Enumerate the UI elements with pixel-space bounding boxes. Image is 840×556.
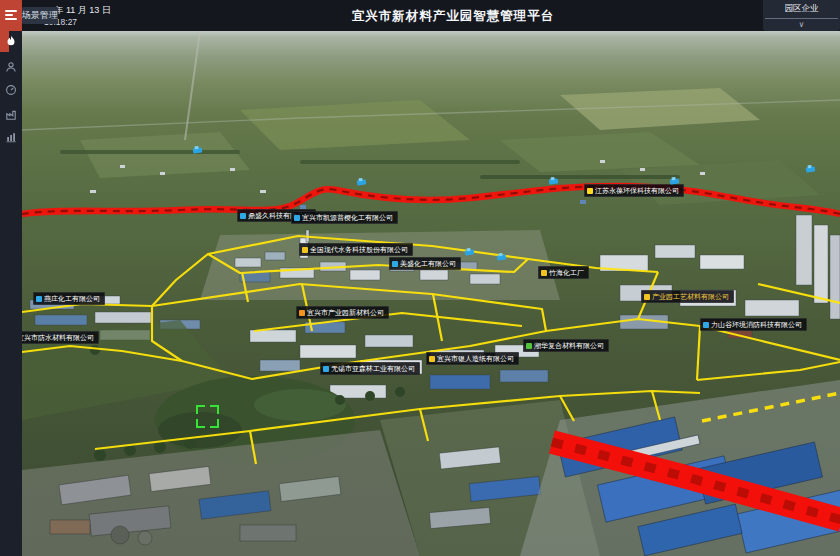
gauge-tool-button[interactable]: [0, 81, 22, 99]
company-label-text: 产业园工艺材料有限公司: [652, 292, 729, 301]
company-label-text: 竹海化工厂: [549, 268, 584, 277]
company-label-text: 潮华复合材料有限公司: [534, 341, 604, 350]
blue-marker-icon: [294, 215, 300, 221]
company-label-text: 宜兴市产业园新材料公司: [307, 308, 384, 317]
page-title: 宜兴市新材料产业园智慧管理平台: [352, 7, 555, 24]
map-company-label[interactable]: 全国现代水务科技股份有限公司: [299, 243, 413, 256]
blue-marker-icon: [323, 366, 329, 372]
factory-icon: [5, 109, 17, 121]
map-company-label[interactable]: 无锡市亚森林工业有限公司: [320, 362, 420, 375]
fire-icon: [5, 35, 17, 47]
app-window: 鼎盛久科技有限公司宜兴市凯源普樱化工有限公司全国现代水务科技股份有限公司美盛化工…: [0, 0, 840, 556]
map-3d-view[interactable]: [0, 0, 840, 556]
map-company-label[interactable]: 宜兴市产业园新材料公司: [296, 306, 389, 319]
company-label-text: 宜兴市防水材料有限公司: [17, 333, 94, 342]
company-label-text: 江苏永葆环保科技有限公司: [595, 186, 679, 195]
blue-marker-icon: [240, 213, 246, 219]
map-company-label[interactable]: 宜兴市防水材料有限公司: [14, 331, 99, 344]
flag-marker-icon: [587, 188, 593, 194]
factory-tool-button[interactable]: [0, 106, 22, 124]
statistics-tool-button[interactable]: [0, 128, 22, 146]
company-label-text: 力山谷环境消防科技有限公司: [711, 320, 802, 329]
bar-chart-icon: [5, 131, 17, 143]
scene-management-button[interactable]: 场景管理: [22, 7, 58, 24]
gauge-icon: [5, 84, 17, 96]
map-company-label[interactable]: 宜兴市银人造纸有限公司: [426, 352, 519, 365]
yellow-marker-icon: [302, 247, 308, 253]
blue-marker-icon: [36, 296, 42, 302]
fire-tool-button[interactable]: [0, 32, 22, 50]
selection-reticle: [196, 405, 219, 428]
blue-marker-icon: [703, 322, 709, 328]
green-marker-icon: [526, 343, 532, 349]
map-company-label[interactable]: 江苏永葆环保科技有限公司: [584, 184, 684, 197]
map-company-label[interactable]: 美盛化工有限公司: [389, 257, 461, 270]
user-tool-button[interactable]: [0, 58, 22, 76]
company-label-text: 宜兴市银人造纸有限公司: [437, 354, 514, 363]
company-label-text: 全国现代水务科技股份有限公司: [310, 245, 408, 254]
top-bar: 2020 年 11 月 13 日 10:18:27 宜兴市新材料产业园智慧管理平…: [22, 0, 840, 31]
blue-marker-icon: [392, 261, 398, 267]
yellow-marker-icon: [644, 294, 650, 300]
orange-marker-icon: [299, 310, 305, 316]
park-enterprises-dropdown[interactable]: 园区企业 ∨: [763, 0, 840, 31]
map-company-label[interactable]: 潮华复合材料有限公司: [523, 339, 609, 352]
park-enterprises-label: 园区企业: [765, 0, 838, 19]
company-label-text: 燕庄化工有限公司: [44, 294, 100, 303]
company-label-text: 无锡市亚森林工业有限公司: [331, 364, 415, 373]
chevron-down-icon: ∨: [763, 19, 840, 30]
map-company-label[interactable]: 宜兴市凯源普樱化工有限公司: [291, 211, 398, 224]
menu-header[interactable]: [0, 0, 22, 31]
hamburger-menu-icon: [5, 9, 17, 21]
company-label-text: 宜兴市凯源普樱化工有限公司: [302, 213, 393, 222]
tool-sidebar: [0, 0, 22, 556]
yellow-marker-icon: [541, 270, 547, 276]
user-icon: [5, 61, 17, 73]
map-company-label[interactable]: 产业园工艺材料有限公司: [641, 290, 734, 303]
map-company-label[interactable]: 力山谷环境消防科技有限公司: [700, 318, 807, 331]
map-company-label[interactable]: 燕庄化工有限公司: [33, 292, 105, 305]
yellow-marker-icon: [429, 356, 435, 362]
company-label-text: 美盛化工有限公司: [400, 259, 456, 268]
map-company-label[interactable]: 竹海化工厂: [538, 266, 589, 279]
